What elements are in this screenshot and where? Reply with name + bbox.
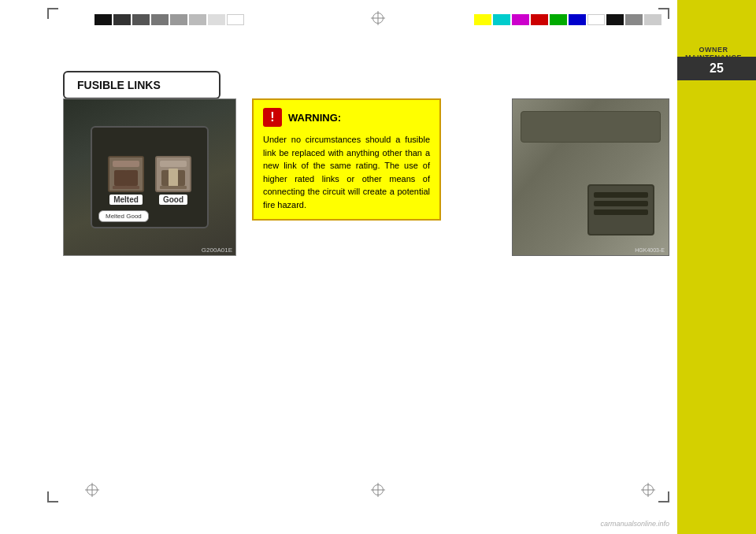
swatch-r1 [474,14,491,25]
swatch-r5 [550,14,567,25]
swatch-r9 [625,14,643,25]
swatch-6 [189,14,206,25]
swatch-r2 [493,14,510,25]
swatch-3 [132,14,150,25]
car-interior-image-inner: HGK4003-E [513,99,669,255]
fusible-links-box: FUSIBLE LINKS [63,71,220,99]
fuse-diagram-image: Melted Good [63,98,236,256]
warning-title: WARNING: [288,112,341,124]
bottom-left-crosshair [85,483,99,497]
main-content: FUSIBLE LINKS [63,71,669,471]
image-code-left: G200A01E [202,247,232,254]
swatch-5 [170,14,187,25]
fusible-links-title: FUSIBLE LINKS [77,79,161,91]
color-bar-right [474,14,662,25]
melted-good-text: Melted Good [106,213,142,220]
color-bar-left [94,14,244,25]
warning-box: ! WARNING: Under no circumstances should… [252,98,441,221]
swatch-1 [94,14,112,25]
swatch-4 [151,14,169,25]
bottom-right-crosshair [641,483,655,497]
reg-mark-tr [654,8,669,24]
swatch-r4 [531,14,548,25]
image-code-right: HGK4003-E [635,247,665,253]
reg-mark-bl [47,487,63,502]
melted-label: Melted [109,195,143,205]
callout-bubble: Melted Good [98,210,149,222]
top-center-crosshair [371,11,385,25]
swatch-8 [227,14,244,25]
bottom-center-crosshair [371,483,385,497]
car-interior-image: HGK4003-E [512,98,669,256]
watermark: carmanualsonline.info [600,520,669,528]
warning-text: Under no circumstances should a fusible … [263,133,430,211]
swatch-r3 [512,14,529,25]
page-number: 25 [710,61,724,76]
reg-mark-tl [47,8,63,24]
swatch-7 [208,14,225,25]
swatch-r6 [569,14,586,25]
page-number-badge: 25 [677,57,756,80]
swatch-r8 [606,14,624,25]
swatch-2 [113,14,131,25]
swatch-r7 [587,14,605,25]
warning-header: ! WARNING: [263,108,430,127]
reg-mark-br [654,487,669,502]
good-label: Good [159,195,187,205]
warning-icon: ! [263,108,282,127]
